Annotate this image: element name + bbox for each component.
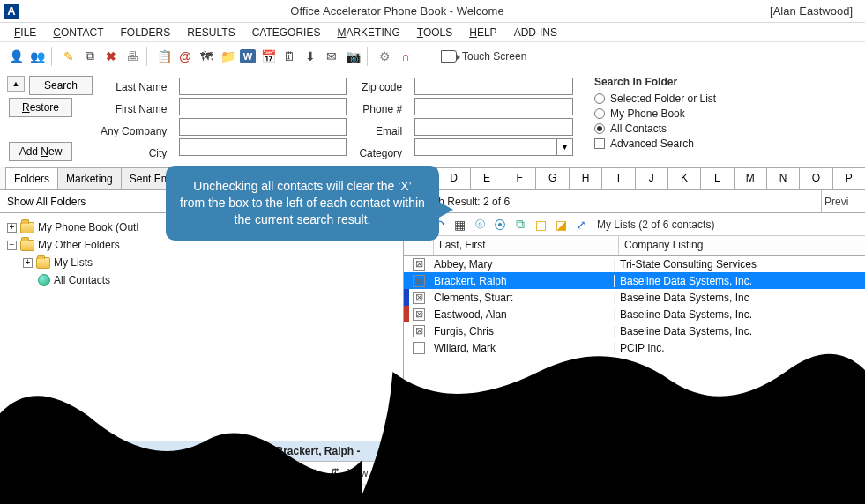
camera-icon[interactable]: 📷 <box>344 48 362 65</box>
row-checkbox[interactable]: ⊠ <box>413 258 425 271</box>
copy-icon[interactable]: ⧉ <box>81 48 99 65</box>
alpha-tab-m[interactable]: M <box>734 167 767 189</box>
alpha-tab-d[interactable]: D <box>436 167 470 189</box>
arrange2-icon[interactable]: ◪ <box>553 217 569 233</box>
touch-screen-label: Touch Screen <box>462 50 526 63</box>
contact-row[interactable]: ⊠Eastwood, AlanBaseline Data Systems, In… <box>404 306 865 322</box>
lastname-input[interactable] <box>179 78 347 95</box>
company-column-header[interactable]: Company Listing <box>619 236 865 255</box>
print-icon[interactable]: 🖶 <box>123 48 141 65</box>
calendar-icon[interactable]: 📅 <box>259 48 277 65</box>
radio-all-contacts[interactable]: All Contacts <box>594 122 716 135</box>
email-input[interactable] <box>414 118 573 136</box>
alpha-tabs: CDEFGHIJKLMNOP <box>404 167 865 189</box>
person-red-icon[interactable]: 👤 <box>7 48 25 65</box>
alpha-tab-f[interactable]: F <box>503 167 536 189</box>
phone-input[interactable] <box>414 98 573 115</box>
at-icon[interactable]: @ <box>176 48 194 65</box>
preview-button[interactable]: Previ <box>821 190 865 212</box>
alpha-tab-i[interactable]: I <box>601 167 635 189</box>
menu-results[interactable]: RESULTS <box>180 25 242 41</box>
expand-icon[interactable]: ⤢ <box>573 217 589 233</box>
alpha-tab-n[interactable]: N <box>766 167 800 189</box>
chevron-down-icon[interactable]: ▼ <box>557 138 573 156</box>
menu-categories[interactable]: CATEGORIES <box>245 25 328 41</box>
search-button[interactable]: Search <box>29 76 93 95</box>
zip-input[interactable] <box>414 78 573 95</box>
copy-green-icon[interactable]: ⧉ <box>512 217 528 233</box>
my-data-sheet-action[interactable]: ▤ My Data Sheet <box>229 466 317 480</box>
row-checkbox[interactable]: ⊠ <box>413 308 425 321</box>
alpha-tab-h[interactable]: H <box>569 167 602 189</box>
category-select[interactable] <box>414 138 557 156</box>
touch-screen-button[interactable]: Touch Screen <box>441 50 526 63</box>
schedule-icon[interactable]: 🗓 <box>280 48 298 65</box>
download-icon[interactable]: ⬇ <box>302 48 319 65</box>
email-label: Email <box>376 122 402 141</box>
restore-button[interactable]: Restore <box>9 98 72 117</box>
arrange-icon[interactable]: ◫ <box>533 217 548 233</box>
alpha-tab-g[interactable]: G <box>535 167 569 189</box>
contact-row[interactable]: Willard, MarkPCIP Inc. <box>404 339 865 356</box>
tree-all-contacts[interactable]: All Contacts <box>23 271 396 289</box>
new-action-action[interactable]: 🗓 New Action <box>329 466 399 480</box>
menu-folders[interactable]: FOLDERS <box>113 25 177 41</box>
alpha-tab-j[interactable]: J <box>635 167 668 189</box>
gear-icon[interactable]: ⚙ <box>376 48 393 65</box>
contact-row[interactable]: ⊠Brackert, RalphBaseline Data Systems, I… <box>404 272 865 289</box>
contact-row[interactable]: ⊠Clements, StuartBaseline Data Systems, … <box>404 289 865 306</box>
radio-my-phone-book[interactable]: My Phone Book <box>594 107 716 120</box>
menu-file[interactable]: FILE <box>7 25 43 41</box>
clipboard-icon[interactable]: 📋 <box>155 48 173 65</box>
row-checkbox[interactable]: ⊠ <box>413 275 425 287</box>
row-checkbox[interactable] <box>413 342 425 354</box>
people-red-icon[interactable]: 👥 <box>28 48 46 65</box>
map-icon[interactable]: 🗺 <box>198 48 215 65</box>
word-icon[interactable]: W <box>240 49 256 63</box>
search-right-inputs: ▼ <box>414 76 573 163</box>
alpha-tab-l[interactable]: L <box>700 167 734 189</box>
company-input[interactable] <box>179 118 347 136</box>
row-name: Eastwood, Alan <box>429 308 614 321</box>
contact-row[interactable]: ⊠Abbey, MaryTri-State Consulting Service… <box>404 256 865 272</box>
collapse-toggle-icon[interactable]: ▲ <box>7 76 25 92</box>
expand-icon[interactable]: + <box>7 223 17 233</box>
data-sheet-header[interactable]: ▲ My Data Sheet <box>0 485 865 504</box>
alpha-tab-p[interactable]: P <box>832 167 865 189</box>
left-tab-folders[interactable]: Folders <box>5 167 58 189</box>
calendar-icon: 🗓 <box>329 466 343 480</box>
checkbox-advanced-search[interactable]: Advanced Search <box>594 137 716 150</box>
left-tab-marketing[interactable]: Marketing <box>57 167 122 189</box>
alpha-tab-k[interactable]: K <box>667 167 701 189</box>
alpha-tab-e[interactable]: E <box>470 167 503 189</box>
add-new-button[interactable]: Add New <box>9 142 72 161</box>
menu-add-ins[interactable]: ADD-INS <box>507 25 564 41</box>
collapse-icon[interactable]: − <box>7 241 17 250</box>
firstname-input[interactable] <box>179 98 347 115</box>
folder-icon[interactable]: 📁 <box>219 48 236 65</box>
grid-icon[interactable]: ▦ <box>451 217 467 233</box>
menu-contact[interactable]: CONTACT <box>46 25 110 41</box>
expand-icon[interactable]: + <box>23 258 33 268</box>
company-label: Any Company <box>101 122 167 141</box>
edit-icon[interactable]: ✎ <box>60 48 78 65</box>
row-checkbox[interactable]: ⊠ <box>413 325 425 337</box>
delete-icon[interactable]: ✖ <box>102 48 120 65</box>
alpha-tab-o[interactable]: O <box>799 167 832 189</box>
city-input[interactable] <box>179 138 347 156</box>
send-email-action[interactable]: @ Send Email <box>412 466 483 480</box>
radio-selected-folder[interactable]: Selected Folder or List <box>594 93 716 105</box>
categories-action[interactable]: ories <box>194 467 217 479</box>
link-icon[interactable]: ⦾ <box>472 217 488 233</box>
row-checkbox[interactable]: ⊠ <box>413 292 425 304</box>
mail-icon[interactable]: ✉ <box>323 48 340 65</box>
contact-row[interactable]: ⊠Furgis, ChrisBaseline Data Systems, Inc… <box>404 322 865 339</box>
tree-my-lists[interactable]: + My Lists <box>23 254 396 271</box>
search-in-folder-group: Search In Folder Selected Folder or List… <box>594 76 716 163</box>
menu-help[interactable]: HELP <box>462 25 503 41</box>
name-column-header[interactable]: Last, First <box>434 236 619 255</box>
menu-marketing[interactable]: MARKETING <box>330 25 406 41</box>
magnet-icon[interactable]: ∩ <box>397 48 414 65</box>
link2-icon[interactable]: ⦿ <box>492 217 508 233</box>
menu-tools[interactable]: TOOLS <box>410 25 459 41</box>
